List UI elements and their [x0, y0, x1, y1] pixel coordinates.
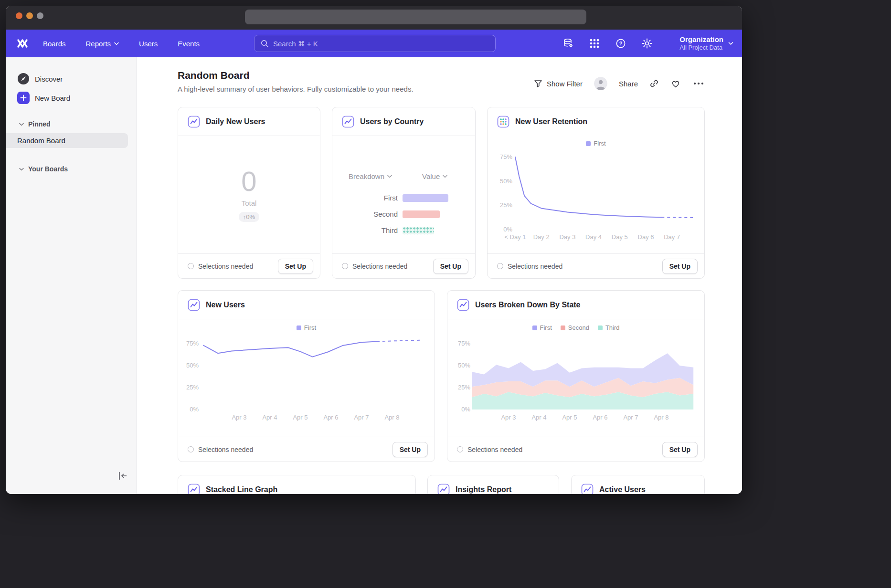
- plus-icon: [17, 92, 30, 104]
- nav-item-events[interactable]: Events: [178, 40, 200, 48]
- show-filter-button[interactable]: Show Filter: [533, 79, 583, 88]
- set-up-button[interactable]: Set Up: [392, 442, 428, 457]
- chart-legend: First: [488, 140, 704, 147]
- legend-label: First: [594, 140, 605, 147]
- chevron-down-icon: [114, 42, 119, 45]
- nav-item-boards[interactable]: Boards: [43, 40, 66, 48]
- value-dropdown[interactable]: Value: [422, 172, 447, 180]
- retention-line-chart: 75%50%25%0%< Day 1Day 2Day 3Day 4Day 5Da…: [492, 150, 700, 248]
- org-name: Organization: [679, 35, 723, 44]
- avatar[interactable]: [594, 77, 607, 90]
- svg-text:0%: 0%: [190, 406, 199, 413]
- chevron-down-icon: [19, 168, 24, 171]
- radio-circle-icon: [457, 446, 463, 452]
- sidebar-item-random-board[interactable]: Random Board: [6, 133, 128, 148]
- line-chart-icon: [188, 483, 200, 494]
- svg-text:Day 4: Day 4: [585, 233, 602, 241]
- sidebar-item-new-board[interactable]: New Board: [17, 92, 70, 104]
- dropdown-label: Breakdown: [349, 172, 384, 180]
- sidebar-item-discover[interactable]: Discover: [17, 73, 63, 85]
- zoom-window-button[interactable]: [37, 12, 43, 19]
- card-header: Insights Report: [428, 475, 559, 494]
- url-bar[interactable]: [245, 10, 586, 24]
- org-selector[interactable]: Organization All Project Data: [679, 30, 733, 57]
- legend-item: First: [297, 324, 316, 331]
- svg-text:50%: 50%: [500, 178, 512, 185]
- minimize-window-button[interactable]: [26, 12, 33, 19]
- card-active-users: Active Users: [571, 475, 705, 494]
- line-chart-icon: [188, 116, 200, 128]
- legend-item: Second: [561, 324, 589, 331]
- sidebar-item-label: New Board: [35, 94, 70, 102]
- svg-text:Apr 8: Apr 8: [384, 414, 399, 421]
- chart-legend: FirstSecondThird: [447, 324, 704, 331]
- chevron-down-icon: [387, 175, 392, 178]
- set-up-button[interactable]: Set Up: [278, 259, 313, 274]
- sidebar-section-your-boards[interactable]: Your Boards: [19, 165, 68, 173]
- radio-circle-icon: [188, 263, 194, 269]
- page-title: Random Board: [178, 70, 250, 81]
- page-subtitle: A high-level summary of user behaviors. …: [178, 85, 414, 93]
- nav-menu: Boards Reports Users Events: [43, 30, 200, 57]
- legend-item: First: [532, 324, 552, 331]
- link-icon: [649, 79, 659, 88]
- svg-text:75%: 75%: [500, 153, 512, 160]
- copy-link-button[interactable]: [649, 79, 659, 88]
- section-label: Your Boards: [28, 165, 68, 173]
- breakdown-dropdown[interactable]: Breakdown: [349, 172, 392, 180]
- card-footer: Selections needed Set Up: [178, 253, 320, 278]
- mixpanel-logo-icon[interactable]: [16, 37, 29, 50]
- share-button[interactable]: Share: [619, 80, 638, 88]
- svg-text:Day 3: Day 3: [559, 233, 575, 241]
- collapse-sidebar-button[interactable]: [117, 471, 129, 482]
- ellipsis-icon: [692, 78, 705, 89]
- radio-circle-icon: [497, 263, 503, 269]
- svg-text:Apr 5: Apr 5: [562, 414, 577, 421]
- metric-label: Total: [242, 199, 257, 207]
- card-header: Stacked Line Graph: [178, 475, 415, 494]
- sidebar-section-pinned[interactable]: Pinned: [19, 120, 51, 128]
- data-management-icon[interactable]: [562, 38, 574, 49]
- close-window-button[interactable]: [16, 12, 22, 19]
- search-input[interactable]: [273, 40, 489, 48]
- card-header: New User Retention: [488, 107, 704, 136]
- svg-text:Apr 4: Apr 4: [262, 414, 277, 421]
- card-stacked-line-graph: Stacked Line Graph: [178, 475, 416, 494]
- chevron-down-icon: [443, 175, 447, 178]
- favorite-button[interactable]: [670, 78, 681, 89]
- card-header: Active Users: [572, 475, 704, 494]
- more-options-button[interactable]: [692, 78, 705, 89]
- settings-gear-icon[interactable]: [641, 38, 653, 49]
- bar-second: [403, 210, 440, 218]
- line-chart-icon: [457, 299, 469, 311]
- card-title: Users by Country: [360, 117, 424, 126]
- legend-label: First: [540, 324, 552, 331]
- chart-legend: First: [178, 324, 435, 331]
- nav-item-label: Events: [178, 40, 200, 48]
- search-bar[interactable]: [254, 35, 496, 52]
- legend-swatch: [586, 141, 591, 146]
- legend-swatch: [532, 326, 537, 330]
- legend-item: Third: [598, 324, 620, 331]
- bar-label: Third: [332, 226, 398, 234]
- nav-item-reports[interactable]: Reports: [86, 40, 119, 48]
- card-header: Users Broken Down By State: [447, 291, 704, 319]
- set-up-button[interactable]: Set Up: [433, 259, 468, 274]
- window-titlebar: [6, 6, 742, 30]
- help-icon[interactable]: ?: [615, 38, 626, 49]
- nav-item-users[interactable]: Users: [139, 40, 158, 48]
- radio-circle-icon: [342, 263, 348, 269]
- status-text: Selections needed: [342, 262, 407, 270]
- card-title: Daily New Users: [206, 117, 265, 126]
- legend-label: Second: [568, 324, 589, 331]
- svg-text:Apr 7: Apr 7: [354, 414, 369, 421]
- bar-row: First: [332, 194, 448, 202]
- card-new-users: New Users First 75%50%25%0%Apr 3Apr 4Apr…: [178, 290, 435, 462]
- set-up-button[interactable]: Set Up: [662, 442, 698, 457]
- svg-text:Apr 4: Apr 4: [531, 414, 546, 421]
- apps-grid-icon[interactable]: [589, 38, 600, 49]
- line-chart-icon: [342, 116, 354, 128]
- board-actions: Show Filter Share: [533, 76, 705, 91]
- set-up-button[interactable]: Set Up: [662, 259, 698, 274]
- legend-swatch: [598, 326, 603, 330]
